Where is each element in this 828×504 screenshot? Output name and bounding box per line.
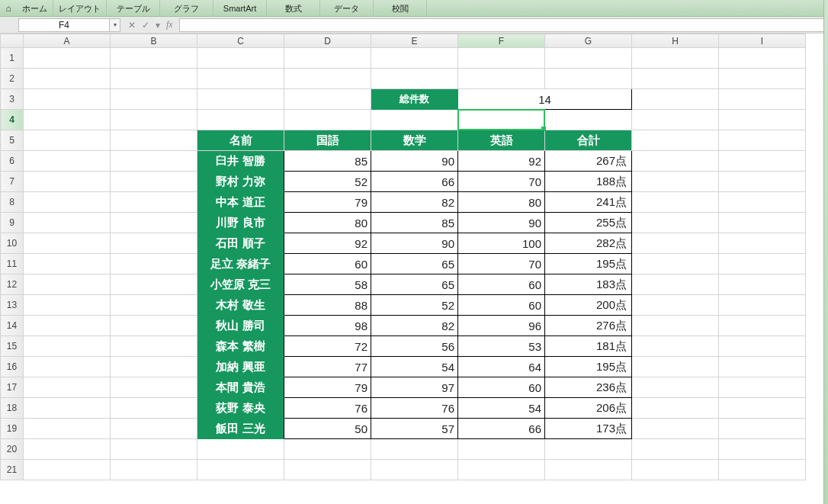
table-row[interactable]: 野村 力弥: [197, 172, 284, 192]
table-row[interactable]: 飯田 三光: [197, 419, 284, 439]
row-header-9[interactable]: 9: [1, 213, 24, 233]
formula-bar: F4 ▾ ✕ ✓ ▾ fx: [0, 17, 828, 34]
table-row[interactable]: 足立 奈緒子: [197, 254, 284, 274]
ribbon-tab-smartart[interactable]: SmartArt: [213, 0, 267, 17]
table-row[interactable]: 石田 順子: [197, 233, 284, 254]
row-header-16[interactable]: 16: [1, 357, 24, 377]
name-box-dropdown[interactable]: ▾: [110, 18, 120, 32]
row-header-6[interactable]: 6: [1, 151, 24, 172]
row-header-1[interactable]: 1: [1, 48, 24, 69]
table-header-eigo[interactable]: 英語: [458, 130, 545, 151]
table-row[interactable]: 秋山 勝司: [197, 316, 284, 336]
col-header-H[interactable]: H: [632, 34, 719, 48]
row-header-5[interactable]: 5: [1, 130, 24, 151]
select-all-corner[interactable]: [1, 34, 24, 48]
table-row[interactable]: 本間 貴浩: [197, 377, 284, 398]
row-header-8[interactable]: 8: [1, 192, 24, 213]
ribbon-tab-data[interactable]: データ: [320, 0, 374, 17]
table-row[interactable]: 中本 道正: [197, 192, 284, 213]
row-header-18[interactable]: 18: [1, 398, 24, 419]
confirm-icon[interactable]: ✓: [142, 20, 149, 30]
table-row[interactable]: 加納 興亜: [197, 357, 284, 377]
row-header-2[interactable]: 2: [1, 69, 24, 89]
table-header-gokei[interactable]: 合計: [545, 130, 632, 151]
expand-icon[interactable]: ▾: [156, 20, 160, 30]
spreadsheet-grid[interactable]: A B C D E F G H I 1 2 3 総件数 14 4 5 名前 国語…: [0, 34, 828, 480]
table-header-sugaku[interactable]: 数学: [371, 130, 458, 151]
summary-value-cell[interactable]: 14: [458, 89, 632, 110]
col-header-E[interactable]: E: [371, 34, 458, 48]
table-row[interactable]: 川野 良市: [197, 213, 284, 233]
row-header-15[interactable]: 15: [1, 336, 24, 357]
ribbon-tab-layout[interactable]: レイアウト: [53, 0, 107, 17]
table-row[interactable]: 木村 敬生: [197, 295, 284, 316]
row-header-7[interactable]: 7: [1, 172, 24, 192]
table-header-kokugo[interactable]: 国語: [284, 130, 371, 151]
row-header-10[interactable]: 10: [1, 233, 24, 254]
col-header-A[interactable]: A: [24, 34, 111, 48]
row-header-13[interactable]: 13: [1, 295, 24, 316]
row-header-20[interactable]: 20: [1, 439, 24, 460]
ribbon: ⌂ ホーム レイアウト テーブル グラフ SmartArt 数式 データ 校閲: [0, 0, 828, 17]
summary-label-cell[interactable]: 総件数: [371, 89, 458, 110]
cancel-icon[interactable]: ✕: [128, 20, 136, 30]
formula-input[interactable]: [179, 18, 825, 32]
row-header-4[interactable]: 4: [1, 110, 24, 130]
selection-outline: [457, 109, 545, 130]
row-header-21[interactable]: 21: [1, 460, 24, 480]
name-box[interactable]: F4: [18, 18, 110, 32]
row-header-11[interactable]: 11: [1, 254, 24, 274]
table-header-name[interactable]: 名前: [197, 130, 284, 151]
row-header-19[interactable]: 19: [1, 419, 24, 439]
row-header-17[interactable]: 17: [1, 377, 24, 398]
home-icon[interactable]: ⌂: [0, 3, 17, 14]
fx-icon[interactable]: fx: [166, 19, 173, 30]
row-header-12[interactable]: 12: [1, 274, 24, 295]
row-header-3[interactable]: 3: [1, 89, 24, 110]
ribbon-tab-chart[interactable]: グラフ: [160, 0, 213, 17]
col-header-G[interactable]: G: [545, 34, 632, 48]
col-header-I[interactable]: I: [719, 34, 806, 48]
summary-label: 総件数: [371, 89, 457, 109]
table-row[interactable]: 森本 繁樹: [197, 336, 284, 357]
col-header-D[interactable]: D: [284, 34, 371, 48]
ribbon-tab-formula[interactable]: 数式: [267, 0, 320, 17]
column-header-row: A B C D E F G H I: [1, 34, 806, 48]
active-cell-F4[interactable]: [458, 110, 545, 130]
table-row[interactable]: 臼井 智勝: [197, 151, 284, 172]
col-header-F[interactable]: F: [458, 34, 545, 48]
ribbon-tab-home[interactable]: ホーム: [17, 0, 53, 17]
table-row[interactable]: 荻野 泰央: [197, 398, 284, 419]
col-header-B[interactable]: B: [111, 34, 197, 48]
ribbon-tab-table[interactable]: テーブル: [107, 0, 160, 17]
col-header-C[interactable]: C: [197, 34, 284, 48]
ribbon-tab-review[interactable]: 校閲: [374, 0, 427, 17]
row-header-14[interactable]: 14: [1, 316, 24, 336]
table-row[interactable]: 小笠原 克三: [197, 274, 284, 295]
summary-value: 14: [458, 89, 631, 109]
